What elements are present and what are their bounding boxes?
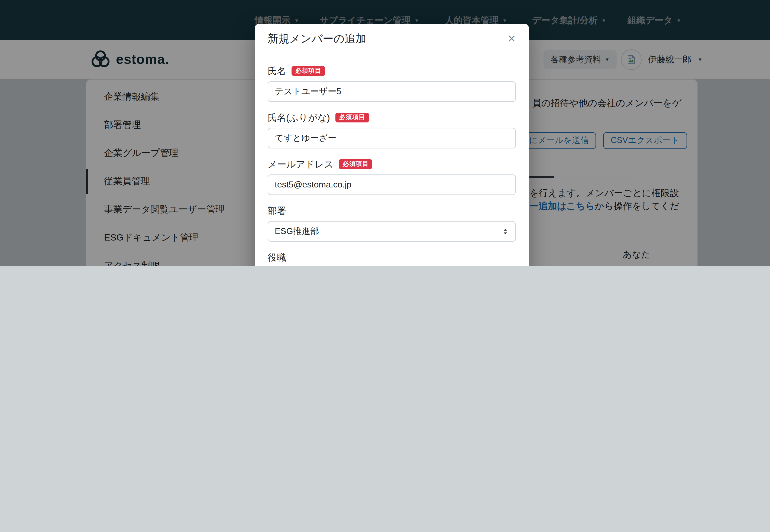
field-label: 役職 <box>268 251 286 264</box>
field-furigana: 氏名(ふりがな)必須項目 <box>268 112 516 148</box>
required-badge: 必須項目 <box>339 160 373 169</box>
modal-body: 氏名必須項目 氏名(ふりがな)必須項目 メールアドレス必須項目 部署 ESG推進… <box>255 54 529 266</box>
furigana-input[interactable] <box>268 128 516 148</box>
name-input[interactable] <box>268 81 516 102</box>
field-name: 氏名必須項目 <box>268 65 516 102</box>
field-title: 役職 <box>268 251 516 266</box>
modal-title: 新規メンバーの追加 <box>268 31 366 46</box>
required-badge: 必須項目 <box>292 66 325 76</box>
screen: 情報開示▼ サプライチェーン管理▼ 人的資本管理▼ データ集計/分析▼ 組織デー… <box>0 0 770 266</box>
field-label: 氏名(ふりがな) <box>268 111 330 124</box>
add-member-modal: 新規メンバーの追加 ✕ 氏名必須項目 氏名(ふりがな)必須項目 メールアドレス必… <box>255 24 529 266</box>
field-label: メールアドレス <box>268 158 334 170</box>
field-label: 部署 <box>268 205 286 217</box>
department-select[interactable]: ESG推進部 <box>268 221 516 242</box>
email-input[interactable] <box>268 174 516 195</box>
close-icon[interactable]: ✕ <box>507 33 516 45</box>
required-badge: 必須項目 <box>335 113 369 122</box>
field-label: 氏名 <box>268 65 286 77</box>
field-department: 部署 ESG推進部 <box>268 205 516 242</box>
select-arrows-icon <box>502 227 509 235</box>
field-email: メールアドレス必須項目 <box>268 158 516 195</box>
modal-header: 新規メンバーの追加 ✕ <box>255 24 529 54</box>
